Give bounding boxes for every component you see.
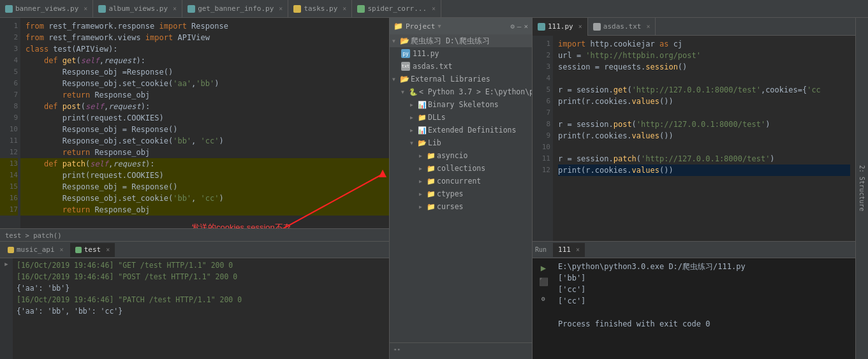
run-panel: Run 111 × ▶ ⬛ ⚙ E:\python\python3.0.exe … bbox=[533, 241, 855, 359]
tree-item-workspace[interactable]: ▼ 📂 爬虫练习 D:\爬虫练习 bbox=[390, 34, 532, 47]
expand-arrow: ▶ bbox=[419, 191, 425, 197]
run-settings-button[interactable]: ⚙ bbox=[538, 293, 549, 304]
expand-arrow: ▶ bbox=[419, 166, 425, 172]
main-layout: 12345 678910 111213 1415 1617 from rest_… bbox=[0, 18, 868, 359]
code-content[interactable]: from rest_framework.response import Resp… bbox=[20, 18, 389, 228]
tree-item-ctypes[interactable]: ▶ 📁 ctypes bbox=[390, 187, 532, 200]
structure-panel-label: 2: Structure bbox=[855, 18, 868, 359]
close-icon[interactable]: × bbox=[524, 22, 528, 31]
tree-item-dlls[interactable]: ▶ 📁 DLLs bbox=[390, 111, 532, 124]
run-log-lines: [16/Oct/2019 19:46:46] "GET /test HTTP/1… bbox=[13, 258, 389, 359]
expand-arrow: ▼ bbox=[401, 89, 408, 95]
tab-close[interactable]: × bbox=[342, 5, 346, 12]
py-icon bbox=[5, 5, 13, 13]
tab-close[interactable]: × bbox=[646, 23, 650, 30]
log-line-5: {'aa': 'bb', 'bb': 'cc'} bbox=[17, 305, 385, 317]
tab-label: asdas.txt bbox=[603, 22, 642, 31]
breadcrumb-bar: test > patch() bbox=[0, 228, 389, 241]
tab-bar: banner_views.py × album_views.py × get_b… bbox=[0, 0, 868, 18]
left-panel: 12345 678910 111213 1415 1617 from rest_… bbox=[0, 18, 389, 359]
tab-close[interactable]: × bbox=[106, 246, 110, 253]
tree-item-asdastat[interactable]: txt asdas.txt bbox=[390, 60, 532, 73]
expand-arrow: ▶ bbox=[419, 153, 425, 159]
log-line-4: [16/Oct/2019 19:46:46] "PATCH /test HTTP… bbox=[17, 294, 385, 305]
tab-close[interactable]: × bbox=[84, 5, 87, 12]
tree-item-ext-libs[interactable]: ▼ 📂 External Libraries bbox=[390, 73, 532, 85]
tab-spider[interactable]: spider_corr... × bbox=[352, 0, 441, 18]
run-tab-bar: Run 111 × bbox=[533, 242, 855, 258]
folder-icon: 📁 bbox=[394, 22, 403, 31]
bottom-tab-music-api[interactable]: music_api × bbox=[3, 243, 69, 257]
gear-icon[interactable]: ⚙ bbox=[510, 22, 515, 31]
tab-close[interactable]: × bbox=[578, 23, 582, 30]
minus-icon[interactable]: — bbox=[517, 22, 522, 31]
tree-item-python37[interactable]: ▼ 🐍 < Python 3.7 > E:\python\python3 bbox=[390, 85, 532, 98]
project-tree: ▼ 📂 爬虫练习 D:\爬虫练习 py 111.py txt asdas.txt… bbox=[390, 34, 532, 342]
tab-tasks[interactable]: tasks.py × bbox=[288, 0, 352, 18]
bottom-tab-test[interactable]: test × bbox=[70, 243, 115, 257]
run-stop-button[interactable]: ⬛ bbox=[538, 276, 549, 288]
tree-item-curses[interactable]: ▶ 📁 curses bbox=[390, 200, 532, 213]
tab-label: tasks.py bbox=[304, 4, 337, 13]
tab-close[interactable]: × bbox=[432, 5, 436, 12]
bottom-tabs: music_api × test × bbox=[0, 242, 389, 258]
expand-arrow: ▶ bbox=[410, 128, 416, 133]
folder-icon: 📂 bbox=[418, 139, 427, 147]
py-file-icon: py bbox=[401, 49, 410, 58]
tab-label: album_views.py bbox=[108, 4, 168, 13]
tree-item-binary-skeletons[interactable]: ▶ 📊 Binary Skeletons bbox=[390, 98, 532, 111]
run-play-button[interactable]: ▶ bbox=[538, 262, 549, 274]
breadcrumb: test > patch() bbox=[5, 231, 62, 239]
right-code-area: 12345 678910 1112 import http.cookiejar … bbox=[533, 36, 855, 241]
expand-arrow: ▼ bbox=[392, 38, 399, 44]
right-code-content[interactable]: import http.cookiejar as cj url = 'http:… bbox=[553, 36, 855, 241]
folder-icon: 📂 bbox=[400, 36, 409, 45]
tab-close[interactable]: × bbox=[576, 246, 580, 253]
project-title: 📁 Project ▼ bbox=[394, 22, 441, 31]
tab-label: 111.py bbox=[548, 22, 573, 31]
txt-icon bbox=[593, 23, 601, 31]
tab-111py[interactable]: 111.py × bbox=[533, 18, 588, 36]
line-numbers: 12345 678910 111213 1415 1617 bbox=[0, 18, 20, 228]
py-icon bbox=[293, 5, 301, 13]
folder-icon: 📁 bbox=[418, 114, 427, 122]
middle-bottom-bar: "" bbox=[390, 342, 532, 359]
folder-icon: 📊 bbox=[418, 126, 427, 135]
tree-item-extended-defs[interactable]: ▶ 📊 Extended Definitions bbox=[390, 124, 532, 136]
tab-close[interactable]: × bbox=[279, 5, 283, 12]
txt-file-icon: txt bbox=[401, 62, 410, 71]
folder-icon: 📁 bbox=[427, 165, 436, 173]
tree-item-concurrent[interactable]: ▶ 📁 concurrent bbox=[390, 175, 532, 187]
run-sidebar: ▶ ⬛ ⚙ bbox=[538, 261, 553, 356]
tree-item-collections[interactable]: ▶ 📁 collections bbox=[390, 162, 532, 175]
bottom-icon: "" bbox=[394, 348, 401, 355]
folder-icon: 📁 bbox=[427, 190, 436, 198]
tab-label: music_api bbox=[17, 245, 55, 254]
tab-banner-views[interactable]: banner_views.py × bbox=[0, 0, 93, 18]
run-content: ▶ ⬛ ⚙ E:\python\python3.0.exe D:/爬虫练习/11… bbox=[533, 258, 855, 359]
expand-arrow: ▶ bbox=[419, 204, 425, 210]
run-output-cc1: ['cc'] bbox=[558, 284, 850, 295]
run-tab-111[interactable]: 111 × bbox=[553, 243, 585, 257]
log-line-2: [16/Oct/2019 19:46:46] "POST /test HTTP/… bbox=[17, 271, 385, 282]
bottom-gutter: ▶ bbox=[0, 258, 13, 359]
tree-item-asyncio[interactable]: ▶ 📁 asyncio bbox=[390, 149, 532, 162]
folder-icon: 📁 bbox=[427, 203, 436, 211]
tab-icon bbox=[75, 247, 82, 253]
log-line-3: {'aa': 'bb'} bbox=[17, 282, 385, 294]
py-icon bbox=[357, 5, 365, 13]
right-line-numbers: 12345 678910 1112 bbox=[533, 36, 553, 241]
python-icon: 🐍 bbox=[409, 88, 418, 96]
tab-get-banner[interactable]: get_banner_info.py × bbox=[182, 0, 288, 18]
tab-asdastat[interactable]: asdas.txt × bbox=[588, 18, 656, 36]
tab-close[interactable]: × bbox=[173, 5, 177, 12]
tab-label: get_banner_info.py bbox=[198, 4, 274, 13]
tab-album-views[interactable]: album_views.py × bbox=[93, 0, 182, 18]
tab-close[interactable]: × bbox=[60, 246, 64, 253]
run-output-exit: Process finished with exit code 0 bbox=[558, 318, 850, 330]
project-toolbar: ⚙ — × bbox=[510, 22, 528, 31]
run-output-cc2: ['cc'] bbox=[558, 295, 850, 307]
folder-icon: 📂 bbox=[400, 75, 409, 84]
tree-item-111py[interactable]: py 111.py bbox=[390, 47, 532, 60]
tree-item-lib[interactable]: ▼ 📂 Lib bbox=[390, 136, 532, 149]
